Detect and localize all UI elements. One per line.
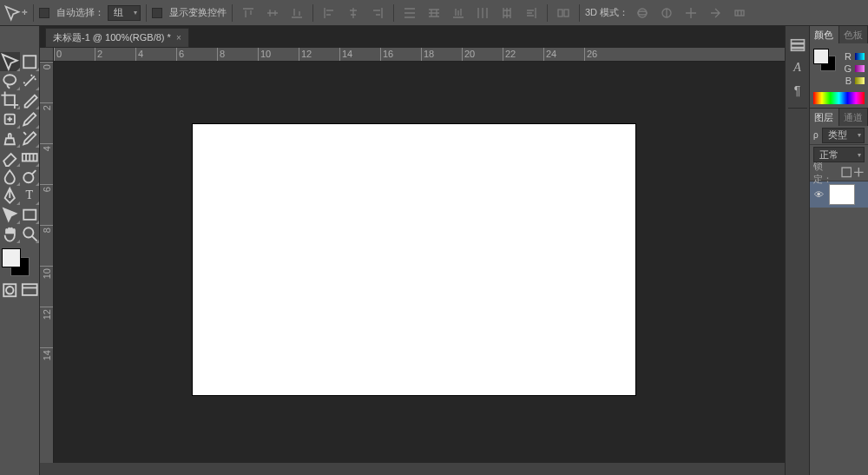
- dodge-tool[interactable]: [20, 167, 40, 186]
- align-right-icon[interactable]: [367, 3, 388, 23]
- lock-position-icon[interactable]: [853, 167, 865, 179]
- history-panel-icon[interactable]: [789, 36, 806, 54]
- workspace: T 02468101214161820222426 02468101214: [0, 26, 868, 475]
- 3d-slide-icon[interactable]: [705, 3, 726, 23]
- align-vcenter-icon[interactable]: [262, 3, 283, 23]
- healing-brush-tool[interactable]: [0, 109, 20, 129]
- svg-rect-1: [564, 10, 569, 16]
- lock-pixels-icon[interactable]: [841, 167, 852, 179]
- character-panel-icon[interactable]: A: [789, 59, 806, 76]
- svg-rect-19: [842, 168, 852, 177]
- ruler-horizontal[interactable]: 02468101214161820222426: [54, 48, 785, 62]
- align-top-icon[interactable]: [238, 3, 259, 23]
- auto-align-icon[interactable]: [553, 3, 574, 23]
- layer-row[interactable]: 👁: [810, 181, 868, 208]
- history-brush-tool[interactable]: [20, 129, 40, 148]
- svg-rect-17: [791, 44, 804, 48]
- distribute-left-icon[interactable]: [472, 3, 493, 23]
- divider: [312, 4, 313, 22]
- layer-thumbnail[interactable]: [829, 184, 855, 205]
- dropdown-value: 正常: [819, 148, 838, 162]
- svg-rect-5: [735, 10, 744, 16]
- ruler-vertical[interactable]: 02468101214: [40, 62, 54, 475]
- lock-label: 锁定：: [813, 160, 839, 186]
- divider: [788, 108, 807, 109]
- mode-3d-label: 3D 模式：: [585, 6, 628, 19]
- 3d-pan-icon[interactable]: [681, 3, 701, 23]
- b-slider[interactable]: [855, 77, 865, 84]
- r-label: R: [843, 51, 852, 62]
- svg-rect-15: [22, 284, 36, 295]
- show-transform-checkbox[interactable]: [152, 8, 162, 18]
- eraser-tool[interactable]: [0, 148, 20, 167]
- eyedropper-tool[interactable]: [20, 90, 40, 109]
- filter-search-icon[interactable]: ρ: [813, 130, 819, 140]
- artboard-tool[interactable]: [20, 52, 40, 71]
- current-tool-indicator[interactable]: ✛: [3, 3, 28, 23]
- document-tab-title: 未标题-1 @ 100%(RGB/8) *: [53, 31, 171, 44]
- svg-rect-11: [23, 209, 36, 219]
- filter-type-dropdown[interactable]: 类型: [822, 128, 865, 143]
- color-swatches[interactable]: [0, 248, 36, 278]
- toolbox: T: [0, 26, 40, 475]
- tab-color[interactable]: 颜色: [810, 26, 839, 43]
- blend-mode-dropdown[interactable]: 正常: [813, 147, 865, 162]
- divider: [547, 4, 548, 22]
- align-bottom-icon[interactable]: [286, 3, 307, 23]
- blur-tool[interactable]: [0, 167, 20, 186]
- svg-point-10: [23, 173, 33, 182]
- foreground-color-swatch[interactable]: [2, 248, 21, 267]
- r-slider[interactable]: [855, 53, 865, 60]
- pen-tool[interactable]: [0, 186, 20, 205]
- quick-mask-icon[interactable]: [0, 281, 20, 299]
- hand-tool[interactable]: [0, 224, 20, 243]
- tab-channels[interactable]: 通道: [839, 109, 869, 126]
- zoom-tool[interactable]: [20, 224, 40, 243]
- screen-mode-icon[interactable]: [20, 281, 40, 299]
- move-tool[interactable]: [0, 52, 20, 71]
- auto-select-checkbox[interactable]: [39, 8, 49, 18]
- fg-swatch[interactable]: [813, 49, 829, 64]
- gradient-tool[interactable]: [20, 148, 40, 167]
- clone-stamp-tool[interactable]: [0, 129, 20, 148]
- dropdown-value: 组: [114, 6, 123, 19]
- collapsed-panel-strip: A ¶: [785, 26, 809, 475]
- close-tab-icon[interactable]: ×: [176, 33, 181, 43]
- color-spectrum[interactable]: [813, 92, 865, 104]
- 3d-roll-icon[interactable]: [656, 3, 677, 23]
- path-selection-tool[interactable]: [0, 205, 20, 224]
- scrollbar-horizontal[interactable]: [40, 463, 785, 475]
- svg-rect-18: [791, 49, 804, 51]
- align-hcenter-icon[interactable]: [343, 3, 364, 23]
- crop-tool[interactable]: [0, 90, 20, 109]
- visibility-toggle-icon[interactable]: 👁: [812, 189, 825, 200]
- document-tab[interactable]: 未标题-1 @ 100%(RGB/8) * ×: [45, 28, 189, 48]
- distribute-hcenter-icon[interactable]: [496, 3, 517, 23]
- svg-point-3: [638, 11, 647, 15]
- 3d-scale-icon[interactable]: [729, 3, 750, 23]
- tab-swatches[interactable]: 色板: [839, 26, 869, 43]
- svg-point-7: [3, 75, 16, 84]
- type-tool[interactable]: T: [20, 186, 40, 205]
- tab-layers[interactable]: 图层: [810, 109, 839, 126]
- align-left-icon[interactable]: [319, 3, 339, 23]
- distribute-top-icon[interactable]: [399, 3, 420, 23]
- paragraph-panel-icon[interactable]: ¶: [789, 82, 806, 99]
- svg-point-12: [23, 228, 33, 237]
- g-slider[interactable]: [855, 65, 865, 72]
- svg-rect-6: [23, 56, 36, 68]
- canvas-viewport[interactable]: [54, 62, 785, 475]
- svg-rect-0: [558, 10, 562, 16]
- divider: [579, 4, 580, 22]
- brush-tool[interactable]: [20, 109, 40, 129]
- document-tab-row: 未标题-1 @ 100%(RGB/8) * ×: [45, 29, 189, 48]
- lasso-tool[interactable]: [0, 71, 20, 90]
- distribute-right-icon[interactable]: [521, 3, 542, 23]
- auto-select-dropdown[interactable]: 组: [108, 5, 141, 21]
- magic-wand-tool[interactable]: [20, 71, 40, 90]
- 3d-orbit-icon[interactable]: [632, 3, 653, 23]
- distribute-vcenter-icon[interactable]: [424, 3, 444, 23]
- distribute-bottom-icon[interactable]: [448, 3, 469, 23]
- rectangle-tool[interactable]: [20, 205, 40, 224]
- canvas[interactable]: [193, 124, 635, 395]
